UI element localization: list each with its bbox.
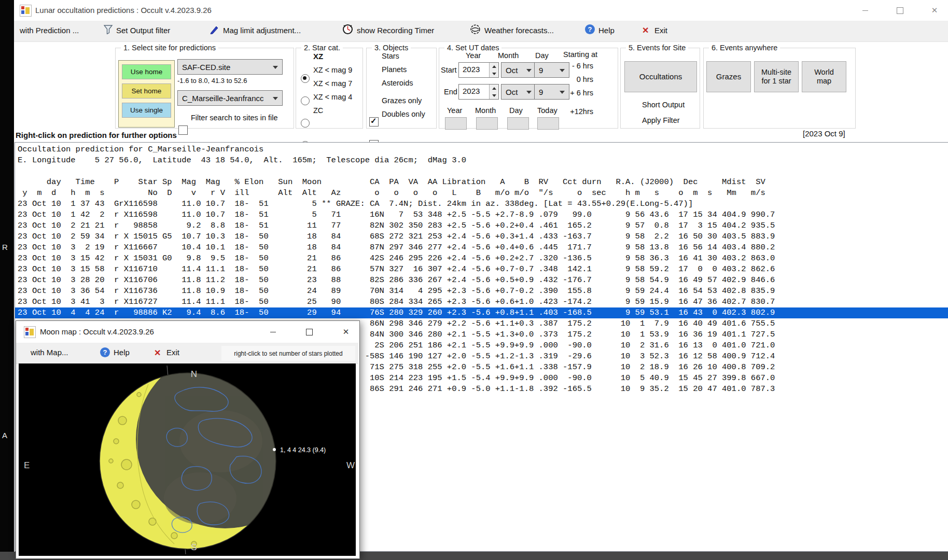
pen-icon — [210, 25, 219, 34]
year-column-label: Year — [466, 51, 481, 60]
radio-xz-label: XZ — [313, 52, 323, 61]
grazes-button[interactable]: Grazes — [706, 61, 751, 92]
site-file-dropdown[interactable]: SAF-CED.site — [177, 59, 283, 75]
prediction-row[interactable]: day Time P Star Sp Mag Mag % Elon Sun Mo… — [15, 177, 948, 188]
radio-xz[interactable] — [301, 74, 310, 83]
moon-app-icon — [24, 326, 36, 338]
world-map-button[interactable]: Worldmap — [802, 61, 846, 92]
radio-0hrs-label: 0 hrs — [560, 75, 593, 83]
prediction-row[interactable]: E. Longitude 5 27 56.0, Latitude 43 18 5… — [15, 155, 948, 166]
moon-exit-x-icon: ✕ — [154, 348, 161, 358]
radio-xz-mag4-label: XZ < mag 4 — [313, 93, 352, 101]
group-objects-label: 3. Objects — [372, 44, 411, 52]
apply-filter-label: Apply Filter — [642, 116, 680, 124]
use-home-button[interactable]: Use home — [122, 64, 171, 79]
prediction-row[interactable]: Occultation prediction for C_Marseille-J… — [15, 144, 948, 155]
prediction-row[interactable]: 23 Oct 10 1 42 2 r X116598 11.0 10.7 18-… — [15, 209, 948, 220]
start-label: Start — [441, 66, 457, 74]
spinner-arrows[interactable] — [489, 85, 498, 99]
radio-xz-mag7-label: XZ < mag 7 — [313, 79, 352, 88]
prediction-row[interactable]: 23 Oct 10 3 2 19 r X116667 10.4 10.1 18-… — [15, 242, 948, 253]
moon-close-button[interactable]: ✕ — [336, 321, 356, 343]
menu-mag-limit[interactable]: Mag limit adjustment... — [223, 26, 301, 35]
background-window-strip: R A — [0, 0, 14, 560]
month-column-label: Month — [498, 51, 519, 60]
quick-day-label: Day — [509, 106, 523, 115]
set-home-button[interactable]: Set home — [122, 83, 171, 99]
exit-x-icon: ✕ — [642, 25, 649, 35]
moon-maximize-button[interactable] — [300, 321, 318, 343]
filter-sites-checkbox[interactable] — [178, 125, 188, 135]
moon-menu-exit[interactable]: Exit — [166, 348, 179, 357]
chevron-down-icon — [273, 66, 278, 69]
radio-plus12-label: +12hrs — [560, 107, 593, 116]
menu-help[interactable]: Help — [598, 26, 615, 35]
radio-xz-mag9[interactable] — [301, 96, 310, 105]
quick-year-label: Year — [447, 106, 462, 115]
end-label: End — [444, 88, 457, 96]
menu-set-output-filter[interactable]: Set Output filter — [116, 26, 170, 35]
moon-menu-help[interactable]: Help — [114, 348, 130, 357]
start-year-spinner[interactable]: 2023 — [458, 62, 499, 78]
menu-weather[interactable]: Weather forecasts... — [484, 26, 554, 35]
quick-day-button[interactable] — [507, 117, 529, 130]
prediction-row[interactable]: 23 Oct 10 3 28 20 r X116706 11.8 11.2 18… — [15, 275, 948, 286]
group-select-site-label: 1. Select site for predictions — [121, 44, 218, 52]
filter-icon — [104, 25, 113, 34]
menu-recording-timer[interactable]: show Recording Timer — [357, 26, 434, 35]
prediction-row[interactable] — [15, 166, 948, 177]
end-month-dropdown[interactable]: Oct — [501, 84, 536, 100]
quick-today-button[interactable] — [537, 117, 559, 130]
stars-checkbox[interactable] — [369, 117, 379, 127]
group-events-site-label: 5. Events for Site — [626, 44, 688, 52]
moon-hint-label: right-click to set number of stars plott… — [221, 346, 355, 361]
menu-with-prediction[interactable]: with Prediction ... — [20, 26, 79, 35]
radio-minus6-label: - 6 hrs — [560, 62, 593, 70]
star-marker — [273, 448, 276, 451]
multi-site-button[interactable]: Multi-sitefor 1 star — [754, 61, 799, 92]
prediction-row[interactable]: y m d h m s No D v r V ill Alt Alt Az o … — [15, 188, 948, 199]
timer-icon — [342, 24, 353, 35]
help-icon: ? — [585, 24, 595, 34]
quick-year-button[interactable] — [445, 117, 467, 130]
menu-exit[interactable]: Exit — [654, 26, 667, 35]
group-events-anywhere-label: 6. Events anywhere — [709, 44, 780, 52]
prediction-row[interactable]: 23 Oct 10 2 21 21 r 98858 9.2 8.8 18- 51… — [15, 220, 948, 231]
minimize-button[interactable] — [853, 0, 877, 21]
prediction-row[interactable]: 23 Oct 10 3 15 58 r X116710 11.4 11.1 18… — [15, 264, 948, 275]
chevron-down-icon — [526, 69, 532, 72]
radio-xz-mag7[interactable] — [301, 119, 310, 128]
use-single-button[interactable]: Use single — [122, 103, 171, 118]
date-tag-label: [2023 Oct 9] — [803, 129, 845, 138]
start-month-dropdown[interactable]: Oct — [501, 62, 536, 78]
compass-north: N — [191, 369, 197, 379]
maximize-button[interactable] — [888, 0, 912, 21]
asteroids-label: Asteroids — [382, 79, 413, 87]
site-name-dropdown[interactable]: C_Marseille-Jeanfrancc — [177, 90, 283, 106]
prediction-row[interactable]: 23 Oct 10 3 41 3 r X116727 11.4 11.1 18-… — [15, 297, 948, 307]
moon-menu-bar: with Map... ? Help ✕ Exit right-click to… — [16, 343, 358, 364]
prediction-row-selected[interactable]: 23 Oct 10 4 4 24 r 98886 K2 9.4 8.6 18- … — [15, 307, 948, 318]
close-button[interactable]: ✕ — [923, 0, 946, 21]
prediction-row[interactable]: 23 Oct 10 3 15 42 r X 15031 G0 9.8 9.5 1… — [15, 253, 948, 264]
moon-map-image: N E W S 1, 4 4 24.3 (9.4) — [19, 363, 356, 556]
compass-south: S — [191, 542, 197, 552]
radio-xz-mag9-label: XZ < mag 9 — [313, 66, 352, 74]
prediction-row[interactable]: 23 Oct 10 1 37 43 GrX116598 11.0 10.7 18… — [15, 199, 948, 209]
group-star-cat-label: 2. Star cat. — [301, 44, 343, 52]
spinner-arrows[interactable] — [489, 63, 498, 77]
prediction-row[interactable]: 23 Oct 10 2 59 34 r X 15015 G5 10.7 10.3… — [15, 231, 948, 242]
end-year-spinner[interactable]: 2023 — [458, 84, 499, 100]
moon-menu-with-map[interactable]: with Map... — [31, 348, 68, 357]
prediction-row[interactable]: 23 Oct 10 3 36 54 r X116736 11.8 10.9 18… — [15, 286, 948, 297]
moon-map-canvas[interactable]: N E W S 1, 4 4 24.3 (9.4) — [19, 363, 356, 556]
starting-at-label: Starting at — [563, 50, 597, 59]
window-title: Lunar occultation predictions : Occult v… — [35, 6, 212, 15]
radio-zc-label: ZC — [313, 106, 323, 115]
quick-month-button[interactable] — [476, 117, 498, 130]
compass-east: E — [24, 460, 30, 470]
stars-label: Stars — [382, 52, 399, 60]
occultations-button[interactable]: Occultations — [624, 61, 697, 92]
compass-west: W — [346, 460, 355, 470]
moon-minimize-button[interactable] — [264, 321, 282, 343]
